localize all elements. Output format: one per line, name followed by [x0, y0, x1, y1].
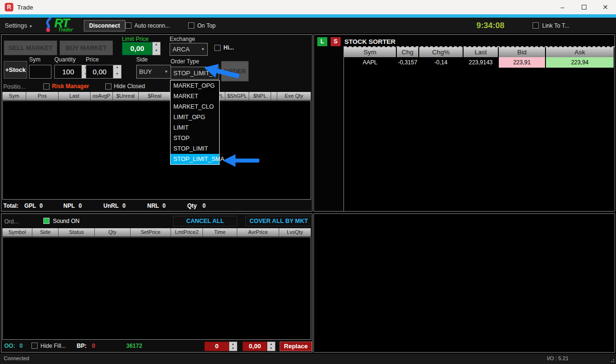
chevron-down-icon: ▼ — [201, 47, 205, 51]
column-header-chgpct[interactable]: Chg% — [419, 47, 464, 57]
price-label: Price — [86, 56, 99, 63]
column-header-npl[interactable]: $NPL — [249, 92, 271, 100]
column-header-time[interactable]: Time — [203, 228, 237, 236]
column-header-unreal[interactable]: $Unreal — [113, 92, 139, 100]
column-header-last[interactable]: Last — [59, 92, 91, 100]
column-header-exeqty[interactable]: Exe Qty — [277, 92, 311, 100]
table-row[interactable]: AAPL -0,3157 -0,14 223,9143 223,91 223,9… — [344, 57, 615, 68]
close-icon[interactable]: ✕ — [595, 0, 616, 14]
hide-fill-checkbox[interactable] — [31, 343, 38, 349]
column-header-last[interactable]: Last — [464, 47, 499, 57]
short-button[interactable]: S — [331, 37, 341, 46]
spin-up-icon[interactable]: ▴ — [267, 342, 275, 346]
open-orders-value: 0 — [20, 343, 23, 349]
cell-chgpct[interactable]: -0,14 — [419, 57, 464, 68]
maximize-icon[interactable] — [573, 0, 595, 14]
trade-window: R Trade – ✕ Settings ▼ RT Trader Disconn… — [0, 0, 616, 364]
spin-down-icon[interactable]: ▾ — [267, 346, 275, 351]
limit-price-group: 0,00 ▴▾ — [122, 42, 161, 55]
title-bar: R Trade – ✕ — [0, 0, 616, 14]
hide-checkbox[interactable] — [214, 45, 221, 51]
dropdown-option[interactable]: LIMIT_OPG — [171, 112, 219, 122]
column-header-setprice[interactable]: SetPrice — [131, 228, 171, 236]
buy-market-button[interactable]: BUY MARKET — [60, 40, 113, 55]
column-header-chg[interactable]: Chg — [397, 47, 419, 57]
auto-reconnect-checkbox[interactable] — [125, 22, 131, 29]
column-header-pos[interactable]: Pos — [26, 92, 59, 100]
side-select[interactable]: BUY ▼ — [136, 65, 171, 79]
settings-menu[interactable]: Settings ▼ — [5, 22, 33, 29]
risk-manager-label: Risk Manager — [52, 83, 89, 90]
column-header-status[interactable]: Status — [59, 228, 95, 236]
replace-button[interactable]: Replace — [280, 342, 312, 351]
dropdown-option[interactable]: STOP — [171, 133, 219, 143]
dropdown-option[interactable]: STOP_LIMIT — [171, 143, 219, 154]
dropdown-option[interactable]: MARKET — [171, 91, 219, 101]
limit-price-input[interactable]: 0,00 — [122, 42, 152, 55]
replace-price-input[interactable]: 0,00 — [242, 342, 267, 351]
positions-table-body[interactable] — [2, 101, 311, 200]
column-header-avrprice[interactable]: AvrPrice — [237, 228, 279, 236]
column-header-side[interactable]: Side — [32, 228, 59, 236]
replace-qty-stepper[interactable]: ▴▾ — [229, 342, 237, 351]
resize-grip[interactable] — [611, 359, 615, 363]
column-header-bid[interactable]: Bid — [499, 47, 546, 57]
nrl-value: 0 — [162, 202, 166, 209]
column-header-qty[interactable]: Qty — [95, 228, 131, 236]
hide-closed-checkbox[interactable] — [105, 83, 111, 90]
column-header-shgpl[interactable]: $ShGPL — [225, 92, 249, 100]
column-header-lvsqty[interactable]: LvsQty — [279, 228, 311, 236]
on-top-checkbox[interactable] — [188, 22, 194, 29]
cell-sym[interactable]: AAPL — [344, 57, 397, 68]
sound-on-checkbox[interactable] — [43, 218, 50, 224]
qty-label: Qty — [187, 202, 197, 209]
spin-down-icon[interactable]: ▾ — [229, 346, 237, 351]
sell-market-button[interactable]: SELL MARKET — [4, 40, 57, 55]
cancel-all-orders-button[interactable]: CANCEL ALL ORDERS — [173, 216, 237, 226]
cell-bid[interactable]: 223,91 — [499, 57, 546, 68]
replace-price-stepper[interactable]: ▴▾ — [267, 342, 275, 351]
order-type-label: Order Type — [171, 58, 199, 65]
column-header-symbol[interactable]: Symbol — [2, 228, 32, 236]
stock-sorter-table: Sym Chg Chg% Last Bid Ask AAPL -0,3157 -… — [343, 46, 615, 211]
qty-value: 0 — [202, 202, 206, 209]
io-status: I/O : 5.21 — [547, 355, 568, 361]
quantity-group: 100 ▴▾ — [54, 65, 90, 79]
orders-table-body[interactable] — [2, 237, 311, 340]
price-stepper[interactable]: ▴▾ — [113, 65, 121, 79]
add-stock-button[interactable]: +Stock — [4, 61, 27, 79]
spin-up-icon[interactable]: ▴ — [113, 65, 121, 72]
minimize-icon[interactable]: – — [552, 0, 573, 14]
spin-down-icon[interactable]: ▾ — [113, 72, 121, 79]
spin-down-icon[interactable]: ▾ — [152, 49, 160, 55]
column-header-sym[interactable]: Sym — [2, 92, 26, 100]
risk-manager-checkbox[interactable] — [43, 83, 50, 90]
dropdown-option-highlighted[interactable]: STOP_LIMIT_SMA — [171, 154, 219, 164]
cell-chg[interactable]: -0,3157 — [397, 57, 419, 68]
spin-up-icon[interactable]: ▴ — [229, 342, 237, 346]
npl-value: 0 — [79, 202, 82, 209]
replace-qty-input[interactable]: 0 — [204, 342, 229, 351]
column-header-real[interactable]: $Real — [139, 92, 171, 100]
spin-up-icon[interactable]: ▴ — [152, 42, 160, 49]
column-header-ask[interactable]: Ask — [546, 47, 615, 57]
cover-all-by-mkt-button[interactable]: COVER ALL BY MKT — [245, 216, 312, 226]
price-input[interactable]: 0,00 — [86, 65, 113, 79]
link-to-checkbox[interactable] — [533, 22, 539, 29]
disconnect-button[interactable]: Disconnect — [84, 20, 125, 31]
dropdown-option[interactable]: MARKET_OPG — [171, 81, 219, 91]
long-button[interactable]: L — [317, 37, 327, 46]
dropdown-option[interactable]: MARKET_CLO — [171, 101, 219, 112]
sym-input[interactable] — [29, 65, 51, 79]
cell-ask[interactable]: 223,94 — [546, 57, 615, 68]
exchange-select[interactable]: ARCA ▼ — [170, 43, 208, 56]
totals-label: Total: — [3, 202, 19, 209]
column-header-lmtprice2[interactable]: LmtPrice2 — [171, 228, 203, 236]
column-header-sym[interactable]: Sym — [344, 47, 397, 57]
column-header-avgp[interactable]: osAvgP — [91, 92, 113, 100]
orders-header-row: Symbol Side Status Qty SetPrice LmtPrice… — [2, 228, 311, 236]
limit-price-stepper[interactable]: ▴▾ — [152, 42, 161, 55]
quantity-input[interactable]: 100 — [54, 65, 82, 79]
cell-last[interactable]: 223,9143 — [464, 57, 499, 68]
dropdown-option[interactable]: LIMIT — [171, 122, 219, 133]
